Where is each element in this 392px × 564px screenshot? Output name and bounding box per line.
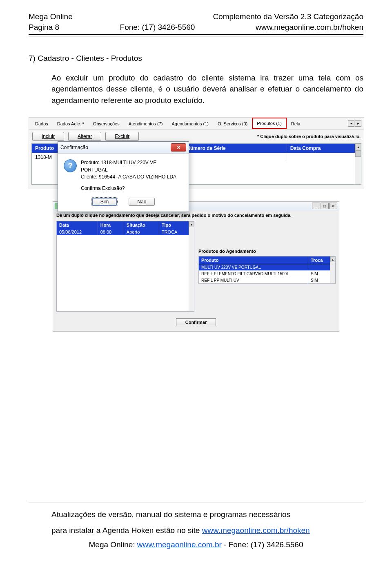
tab-scroll-right-icon[interactable]: ▸ xyxy=(355,120,361,127)
incluir-label: Incluir xyxy=(42,134,55,139)
footer-link-1[interactable]: www.megaonline.com.br/hoken xyxy=(202,526,310,535)
cell-hora: 08:00 xyxy=(98,229,124,235)
panes: Data Hora Situação Tipo 05/08/2012 08:00… xyxy=(53,221,339,315)
tab-oservicos[interactable]: O. Serviços (0) xyxy=(213,118,252,129)
scroll-up-icon[interactable]: ▴ xyxy=(189,221,194,227)
cell-data: 05/08/2012 xyxy=(57,229,98,235)
dialog-title: Confirmação xyxy=(60,145,88,150)
col-data[interactable]: Data xyxy=(57,221,98,229)
dialog-line1: Produto: 1318-MULTI UV 220V VE PORTUGAL xyxy=(81,159,183,174)
footer-line2: para instalar a Agenda Hoken estão no si… xyxy=(51,525,363,537)
question-icon: ? xyxy=(64,159,77,172)
page-number: Pagina 8 xyxy=(29,22,59,33)
page-header-row2: Pagina 8 Fone: (17) 3426-5560 www.megaon… xyxy=(29,22,363,33)
dialog-body: ? Produto: 1318-MULTI UV 220V VE PORTUGA… xyxy=(58,154,189,194)
page-footer: Atualizações de versão, manual do sistem… xyxy=(29,502,363,549)
agendamentos-grid: Data Hora Situação Tipo 05/08/2012 08:00… xyxy=(56,221,194,312)
cell-produto: REFIL ELEMENTO FILT CARVAO MULTI 1500L xyxy=(199,271,308,277)
tab-produtos[interactable]: Produtos (1) xyxy=(252,118,287,129)
dialog-buttons: Sim Não xyxy=(58,194,189,212)
tab-observacoes[interactable]: Observações xyxy=(89,118,124,129)
app-screenshot-2: Cancelamento de Agendamentos _ □ ✕ Dê um… xyxy=(53,201,339,332)
grid-hint: * Clique duplo sobre o produto para visu… xyxy=(257,134,361,139)
cell-situacao: Aberto xyxy=(124,229,159,235)
cell-produto: REFIL PP MULTI UV xyxy=(199,277,308,283)
confirmar-button[interactable]: Confirmar xyxy=(176,318,216,326)
right-row-1[interactable]: REFIL ELEMENTO FILT CARVAO MULTI 1500L S… xyxy=(199,270,335,277)
scroll-thumb[interactable] xyxy=(355,150,361,157)
col-hora[interactable]: Hora xyxy=(98,221,124,229)
col-situacao[interactable]: Situação xyxy=(124,221,159,229)
left-vscroll[interactable]: ▴ xyxy=(189,221,194,311)
cell-serie xyxy=(183,153,287,161)
cell-produto: MULTI UV 220V VE PORTUGAL xyxy=(199,264,308,270)
right-grid-header: Produto Troca xyxy=(199,256,335,264)
excluir-button[interactable]: Excluir xyxy=(105,132,139,141)
header-divider xyxy=(29,34,363,36)
col-numero-serie[interactable]: Número de Série xyxy=(183,144,287,153)
page-header: Mega Online Complemento da Versão 2.3 Ca… xyxy=(29,11,363,22)
col-data-compra[interactable]: Data Compra xyxy=(287,144,361,153)
instruction-text: Dê um duplo clique no agendamento que de… xyxy=(53,210,339,221)
right-column: Produtos do Agendamento Produto Troca MU… xyxy=(198,221,336,312)
excluir-label: Excluir xyxy=(115,134,129,139)
alterar-button[interactable]: Alterar xyxy=(68,132,101,141)
tab-strip: Dados Dados Adic. * Observações Atendime… xyxy=(29,118,364,129)
no-label: Não xyxy=(137,199,146,205)
grid-vscroll[interactable]: ▴ xyxy=(355,144,361,184)
cell-data xyxy=(287,153,361,161)
right-row-0[interactable]: MULTI UV 220V VE PORTUGAL xyxy=(199,264,335,270)
dialog-line3: Confirma Exclusão? xyxy=(81,185,183,192)
col-produto[interactable]: Produto xyxy=(199,256,308,264)
produtos-agendamento-grid: Produto Troca MULTI UV 220V VE PORTUGAL … xyxy=(198,256,336,284)
brand: Mega Online xyxy=(29,11,73,22)
footer-link-2[interactable]: www.megaonline.com.br xyxy=(137,540,222,549)
tab-dados-adic[interactable]: Dados Adic. * xyxy=(53,118,89,129)
minimize-icon[interactable]: _ xyxy=(312,203,320,209)
scroll-up-icon[interactable]: ▴ xyxy=(330,256,335,262)
footer-line2-text: para instalar a Agenda Hoken estão no si… xyxy=(51,526,202,535)
incluir-button[interactable]: Incluir xyxy=(32,132,64,141)
footer-divider xyxy=(29,502,363,502)
tab-rela[interactable]: Rela xyxy=(287,118,305,129)
section-paragraph: Ao excluir um produto do cadastro do cli… xyxy=(51,72,363,106)
dialog-message: Produto: 1318-MULTI UV 220V VE PORTUGAL … xyxy=(81,159,183,192)
footer-line3: Mega Online: www.megaonline.com.br - Fon… xyxy=(29,540,363,549)
scroll-up-icon[interactable]: ▴ xyxy=(355,144,361,150)
dialog-line2: Cliente: 916544 -A CASA DO VIZINHO LDA xyxy=(81,174,183,181)
left-grid-row[interactable]: 05/08/2012 08:00 Aberto TROCA xyxy=(57,229,194,235)
dialog-gap xyxy=(81,181,183,185)
window-buttons: _ □ ✕ xyxy=(312,203,337,209)
yes-button[interactable]: Sim xyxy=(92,198,118,206)
maximize-icon[interactable]: □ xyxy=(321,203,329,209)
close-icon[interactable]: ✕ xyxy=(171,143,186,152)
tab-atendimentos[interactable]: Atendimentos (7) xyxy=(124,118,167,129)
body-text: 7) Cadastro - Clientes - Produtos Ao exc… xyxy=(29,53,363,106)
footer-line3-suffix: - Fone: (17) 3426.5560 xyxy=(222,540,303,549)
footer-line3-prefix: Mega Online: xyxy=(89,540,137,549)
tab-agendamentos[interactable]: Agendamentos (1) xyxy=(167,118,213,129)
right-row-2[interactable]: REFIL PP MULTI UV SIM xyxy=(199,277,335,283)
doc-title: Complemento da Versão 2.3 Categorização xyxy=(213,11,363,22)
footer-line1: Atualizações de versão, manual do sistem… xyxy=(51,509,363,521)
left-grid-header: Data Hora Situação Tipo xyxy=(57,221,194,229)
right-vscroll[interactable]: ▴ xyxy=(330,256,335,283)
yes-label: Sim xyxy=(100,199,109,205)
tab-overflow-nav: ◂ ▸ xyxy=(347,119,362,127)
alterar-label: Alterar xyxy=(78,134,92,139)
right-label: Produtos do Agendamento xyxy=(198,249,336,254)
no-button[interactable]: Não xyxy=(129,198,155,206)
close-window-icon[interactable]: ✕ xyxy=(329,203,337,209)
app-screenshot-1: Dados Dados Adic. * Observações Atendime… xyxy=(29,117,364,189)
section-heading: 7) Cadastro - Clientes - Produtos xyxy=(29,53,363,64)
dialog-titlebar[interactable]: Confirmação ✕ xyxy=(58,142,189,154)
tab-scroll-left-icon[interactable]: ◂ xyxy=(348,120,354,127)
confirm-row: Confirmar xyxy=(53,315,339,331)
tab-dados[interactable]: Dados xyxy=(31,118,53,129)
confirm-dialog: Confirmação ✕ ? Produto: 1318-MULTI UV 2… xyxy=(58,141,189,212)
header-url: www.megaonline.com.br/hoken xyxy=(256,22,363,33)
header-phone: Fone: (17) 3426-5560 xyxy=(59,22,256,33)
